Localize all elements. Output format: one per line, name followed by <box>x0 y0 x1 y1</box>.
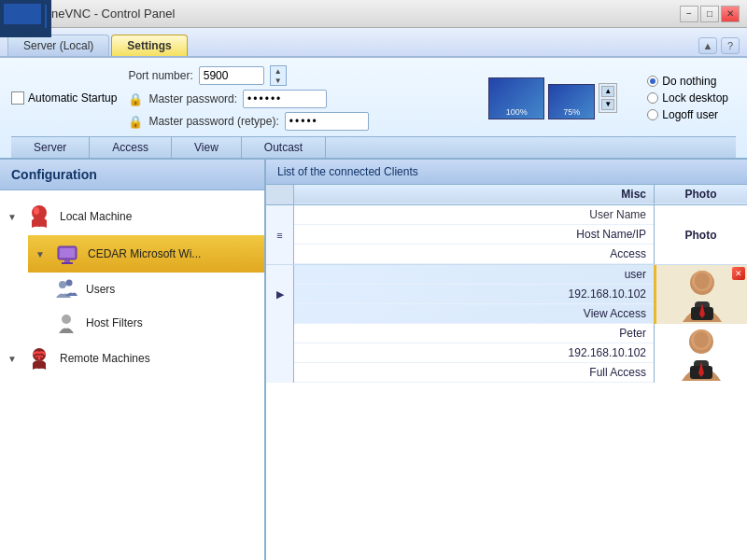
title-controls: − □ ✕ <box>680 6 740 22</box>
port-input[interactable] <box>199 66 264 85</box>
section-tab-server[interactable]: Server <box>11 137 90 158</box>
radio-do-nothing[interactable]: Do nothing <box>647 75 728 88</box>
photo-label: Photo <box>685 229 717 242</box>
tab-settings[interactable]: Settings <box>111 35 187 56</box>
minimize-button[interactable]: − <box>680 6 698 22</box>
row-data-header: User Name Host Name/IP Access <box>294 205 654 264</box>
tree-icon-cedar <box>54 241 80 267</box>
thumb-scroll-up[interactable]: ▲ <box>601 86 614 97</box>
host-filters-label: Host Filters <box>86 316 143 329</box>
master-pwd-field: 🔒 Master password: <box>128 90 466 108</box>
outcast-section: Do nothing Lock desktop Logoff user <box>640 75 736 121</box>
config-header: Configuration <box>0 160 264 190</box>
tree-item-users[interactable]: Users <box>47 273 264 306</box>
svg-point-15 <box>66 280 73 287</box>
thumb-primary-label: 100% <box>506 107 528 117</box>
thumb-scroll-down[interactable]: ▼ <box>601 99 614 110</box>
auto-startup-label: Automatic Startup <box>28 91 117 105</box>
section-tab-access[interactable]: Access <box>90 137 172 158</box>
thumb-secondary[interactable]: 75% <box>548 84 595 119</box>
spinner-up[interactable]: ▲ <box>271 66 286 76</box>
table-row-client1[interactable]: ▶ user 192.168.10.102 View Access ✕ <box>266 265 747 324</box>
cell-client1-hostname: 192.168.10.102 <box>294 285 654 304</box>
cell-username-header: User Name <box>294 205 654 225</box>
section-tab-view[interactable]: View <box>172 137 242 158</box>
master-pwd-input[interactable] <box>243 90 327 108</box>
table-row-client2[interactable]: Peter 192.168.10.102 Full Access <box>266 324 747 383</box>
lock-desktop-label: Lock desktop <box>662 91 728 105</box>
restore-button[interactable]: □ <box>700 6 719 22</box>
col-misc-header-cell: Misc <box>294 185 654 204</box>
row-photo-client1: ✕ <box>654 265 747 324</box>
thumb-primary[interactable]: 100% <box>488 77 544 119</box>
close-button[interactable]: ✕ <box>721 6 740 22</box>
svg-rect-12 <box>64 259 70 262</box>
photo-delete-btn-client1[interactable]: ✕ <box>732 267 745 280</box>
right-panel: List of the connected Clients Misc Photo… <box>266 160 747 560</box>
master-pwd-retype-label: Master password (retype): <box>148 115 278 128</box>
table-row-group-header: ≡ User Name Host Name/IP Access Photo <box>266 205 747 265</box>
radio-lock-desktop-btn[interactable] <box>647 92 658 104</box>
tab-server-local[interactable]: Server (Local) <box>7 35 109 56</box>
row-data-client2: Peter 192.168.10.102 Full Access <box>294 324 654 383</box>
lock-icon-1: 🔒 <box>128 92 143 106</box>
title-bar: OnlineVNC - Control Panel − □ ✕ <box>0 0 747 28</box>
lock-icon-2: 🔒 <box>128 115 143 129</box>
do-nothing-label: Do nothing <box>662 75 716 88</box>
thumb-scrollbar: ▲ ▼ <box>599 83 617 113</box>
section-tabs: Server Access View Outcast <box>11 136 736 158</box>
config-tree: ▼ Local Machine ▼ <box>0 190 264 385</box>
tree-item-local-machine[interactable]: ▼ Local Machine <box>0 198 264 235</box>
row-indicator-header: ≡ <box>266 205 294 264</box>
tree-item-host-filters[interactable]: Host Filters <box>47 306 264 340</box>
cell-access-header: Access <box>294 245 654 264</box>
radio-logoff-user-btn[interactable] <box>647 109 658 120</box>
svg-point-16 <box>62 315 71 324</box>
auto-startup-field: Automatic Startup <box>11 91 117 105</box>
svg-point-8 <box>32 205 47 220</box>
port-label: Port number: <box>128 69 192 82</box>
tree-icon-host-filters <box>54 311 78 335</box>
svg-rect-7 <box>4 4 41 24</box>
main-content: Configuration ▼ Local Machine ▼ <box>0 160 747 560</box>
tree-icon-local-machine <box>26 203 52 230</box>
row-photo-client2 <box>654 324 747 383</box>
avatar-client2 <box>672 325 730 383</box>
section-tab-outcast[interactable]: Outcast <box>242 137 326 158</box>
tree-arrow-local: ▼ <box>7 212 19 222</box>
cell-client2-username: Peter <box>294 324 654 343</box>
spinner-down[interactable]: ▼ <box>271 76 286 85</box>
tab-help-area: ▲ ? <box>698 37 740 56</box>
cedar-label: CEDAR Microsoft Wi... <box>88 247 201 260</box>
users-label: Users <box>86 283 115 296</box>
help-button[interactable]: ? <box>721 37 740 54</box>
collapse-button[interactable]: ▲ <box>698 37 717 54</box>
svg-rect-13 <box>62 262 73 264</box>
row-indicator-client1: ▶ <box>266 265 294 324</box>
radio-lock-desktop[interactable]: Lock desktop <box>647 91 728 105</box>
tree-arrow-cedar: ▼ <box>35 249 47 259</box>
tree-children: ▼ CEDAR Microsoft Wi... <box>0 235 264 340</box>
auto-startup-checkbox[interactable] <box>11 91 24 105</box>
port-field: Port number: ▲ ▼ <box>128 65 466 86</box>
tree-item-remote-machines[interactable]: ▼ Remote Machines <box>0 340 264 377</box>
master-pwd-retype-input[interactable] <box>285 112 369 131</box>
radio-logoff-user[interactable]: Logoff user <box>647 108 728 121</box>
tree-icon-remote-machines <box>26 345 52 371</box>
cell-hostname-header: Host Name/IP <box>294 225 654 245</box>
svg-point-27 <box>694 331 709 348</box>
master-pwd-retype-field: 🔒 Master password (retype): <box>128 112 466 131</box>
settings-row: Automatic Startup Port number: ▲ ▼ 🔒 Mas… <box>11 65 736 131</box>
remote-machines-label: Remote Machines <box>60 352 150 365</box>
view-thumbnails: 100% 75% <box>488 77 595 119</box>
svg-rect-11 <box>60 248 75 258</box>
col-photo-header-cell: Photo <box>654 185 747 204</box>
port-spinner[interactable]: ▲ ▼ <box>270 65 287 86</box>
left-panel: Configuration ▼ Local Machine ▼ <box>0 160 266 560</box>
tree-icon-users <box>54 277 78 301</box>
cell-client1-access: View Access <box>294 304 654 324</box>
radio-do-nothing-btn[interactable] <box>647 76 658 87</box>
tree-item-cedar[interactable]: ▼ CEDAR Microsoft Wi... <box>28 235 264 273</box>
svg-point-14 <box>59 281 66 288</box>
svg-point-9 <box>34 207 39 215</box>
